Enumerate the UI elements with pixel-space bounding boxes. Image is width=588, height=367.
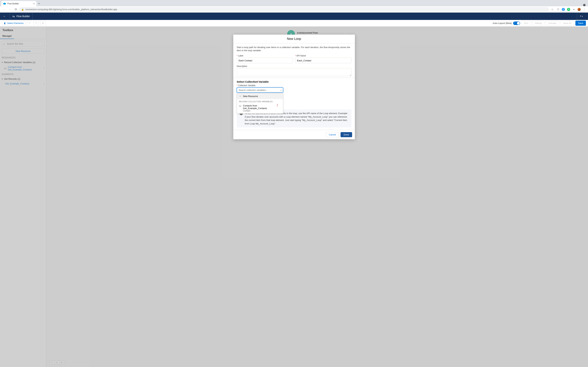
redo-button[interactable]: ↷: [34, 21, 39, 26]
dropdown-new-resource[interactable]: ＋ New Resource: [237, 93, 283, 99]
browser-chrome: Flow Builder × + ← → ⟳ 🔒 momentum-comput…: [0, 0, 588, 13]
app-back-button[interactable]: ←: [2, 15, 7, 18]
url-text: momentum-computing-884.lightning.force.c…: [25, 8, 117, 11]
redo-icon: ↷: [35, 22, 37, 25]
tab-title: Flow Builder: [7, 2, 19, 5]
collection-label: * Collection Variable: [237, 84, 283, 87]
run-button[interactable]: Run: [521, 21, 531, 26]
plus-icon: ＋: [239, 95, 241, 98]
collection-variable-input[interactable]: [237, 87, 283, 93]
new-loop-modal: New Loop Start a loop path for iterating…: [233, 35, 355, 139]
extension-icon-1[interactable]: Q: [562, 8, 565, 11]
salesforce-cloud-icon: [3, 3, 6, 5]
apiname-input[interactable]: [295, 58, 351, 63]
reload-icon[interactable]: ⟳: [13, 7, 18, 12]
select-elements-label: Select Elements: [7, 22, 24, 25]
gear-icon: ⚙: [42, 22, 44, 25]
lock-icon: 🔒: [21, 8, 24, 11]
auto-layout-toggle-group: Auto-Layout (Beta): [493, 22, 520, 25]
collection-dropdown: ＋ New Resource RECORD COLLECTION VARIABL…: [237, 93, 283, 114]
dropdown-option-sub: Contact: [243, 109, 281, 112]
close-tab-icon[interactable]: ×: [33, 2, 35, 5]
label-input[interactable]: [237, 58, 293, 63]
description-label: Description: [237, 65, 351, 67]
help-menu[interactable]: ? ▾: [577, 13, 586, 20]
nav-back-icon[interactable]: ←: [1, 7, 6, 12]
help-icon: ?: [580, 15, 581, 18]
info-text: To use the current item in other element…: [245, 112, 349, 125]
profile-avatar[interactable]: [578, 8, 581, 11]
select-elements-icon: ◧: [4, 22, 6, 25]
chrome-menu-icon[interactable]: ⋮: [583, 8, 586, 11]
save-as-button[interactable]: Save As: [561, 21, 574, 26]
activate-button[interactable]: Activate: [546, 21, 559, 26]
auto-layout-label: Auto-Layout (Beta): [493, 22, 512, 25]
action-bar: ◧ Select Elements ↶ ↷ ⚙ Auto-Layout (Bet…: [0, 20, 588, 26]
app-title: Flow Builder: [17, 15, 30, 18]
search-icon: ⌕: [280, 89, 282, 92]
cancel-button[interactable]: Cancel: [326, 132, 339, 137]
browser-tab[interactable]: Flow Builder ×: [1, 1, 36, 6]
annotation-1: 1: [257, 80, 259, 83]
dropdown-option-contacts[interactable]: {x} Contacts from Get_Example_Contacts C…: [237, 103, 283, 113]
undo-icon: ↶: [29, 22, 31, 25]
window-caret-icon[interactable]: [583, 4, 586, 6]
address-bar[interactable]: 🔒 momentum-computing-884.lightning.force…: [19, 7, 549, 12]
modal-title: New Loop: [233, 35, 355, 43]
modal-body: Start a loop path for iterating over ite…: [233, 43, 355, 130]
dropdown-group-header: RECORD COLLECTION VARIABLES: [237, 99, 283, 103]
settings-button[interactable]: ⚙: [40, 21, 45, 26]
label-label: * Label: [237, 55, 293, 57]
app-header: ← ⇆ Flow Builder ? ▾: [0, 13, 588, 20]
extensions-puzzle-icon[interactable]: ✦: [572, 8, 575, 11]
modal-footer: Cancel Done: [233, 130, 355, 139]
modal-description: Start a loop path for iterating over ite…: [237, 46, 351, 52]
new-tab-button[interactable]: +: [36, 1, 42, 6]
done-button[interactable]: Done: [341, 132, 352, 137]
workspace: Toolbox Manager ⌕ New Resource RESOURCES…: [0, 26, 588, 367]
annotation-2: 2: [277, 104, 278, 107]
save-button[interactable]: Save: [575, 21, 586, 26]
description-textarea[interactable]: [237, 68, 351, 76]
apiname-label: * API Name: [295, 55, 351, 57]
select-elements-button[interactable]: ◧ Select Elements: [2, 21, 26, 25]
info-icon[interactable]: ⓘ: [556, 8, 560, 11]
auto-layout-toggle[interactable]: [513, 22, 520, 25]
extension-icons: ⓘ Q G ✦ ⋮: [556, 8, 587, 11]
star-bookmark-icon[interactable]: ☆: [550, 7, 555, 12]
collection-section-title: Select Collection Variable: [237, 78, 351, 84]
dropdown-new-resource-label: New Resource: [243, 95, 258, 98]
dropdown-option-main: Contacts from Get_Example_Contacts: [243, 104, 281, 109]
undo-button[interactable]: ↶: [27, 21, 32, 26]
flow-icon: ⇆: [12, 15, 15, 18]
nav-forward-icon[interactable]: →: [7, 7, 12, 12]
debug-button[interactable]: Debug: [532, 21, 544, 26]
variable-icon: {x}: [239, 105, 241, 107]
extension-icon-2[interactable]: G: [567, 8, 570, 11]
app-title-section: ⇆ Flow Builder: [10, 13, 33, 20]
address-row: ← → ⟳ 🔒 momentum-computing-884.lightning…: [0, 6, 588, 13]
chevron-down-icon: ▾: [582, 15, 583, 17]
tab-strip: Flow Builder × +: [0, 0, 588, 6]
